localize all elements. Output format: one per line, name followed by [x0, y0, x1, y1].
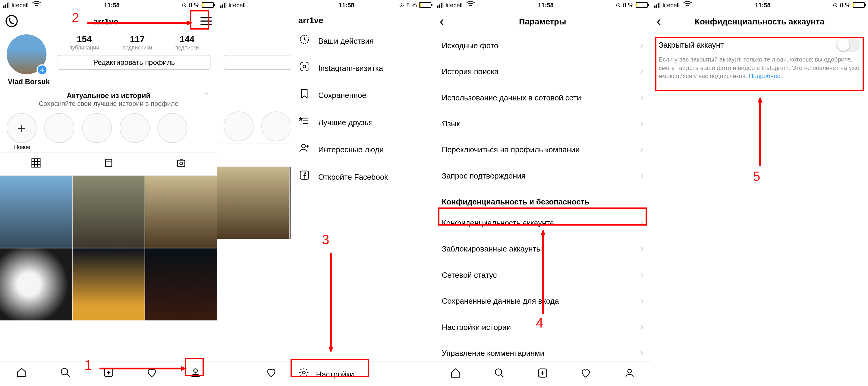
clock: 11:58: [339, 2, 354, 8]
highlights-header[interactable]: Актуальное из историй Сохраняйте свои лу…: [0, 86, 217, 110]
list-star-icon: [299, 115, 310, 129]
post-thumb[interactable]: [0, 248, 72, 320]
chevron-right-icon: ›: [640, 347, 644, 359]
highlight-placeholder: [44, 113, 75, 150]
post-thumb[interactable]: [73, 176, 145, 248]
post-thumb[interactable]: [145, 176, 217, 248]
svg-point-17: [303, 371, 305, 374]
chevron-right-icon: ›: [640, 65, 644, 77]
menu-nametag[interactable]: Instagram-визитка: [290, 54, 434, 82]
settings-item-language[interactable]: Язык›: [434, 110, 651, 136]
status-bar: 11:58 ⊙ 8 %: [290, 0, 434, 10]
nametag-icon: [299, 61, 310, 75]
settings-item-story-controls[interactable]: Настройки истории›: [434, 314, 651, 339]
private-account-description: Если у вас закрытый аккаунт, только те л…: [659, 56, 861, 80]
post-thumb[interactable]: [73, 248, 145, 320]
posts-grid: [0, 176, 217, 321]
tab-add-icon[interactable]: [103, 367, 114, 381]
settings-item-business-profile[interactable]: Переключиться на профиль компании›: [434, 136, 651, 162]
tab-tagged[interactable]: [145, 153, 217, 175]
settings-item-account-privacy[interactable]: Конфиденциальность аккаунта›: [434, 210, 651, 236]
settings-item-original-photos[interactable]: Исходные фото›: [434, 32, 651, 58]
post-thumb[interactable]: [145, 248, 217, 320]
tab-feed[interactable]: [72, 153, 145, 175]
chevron-up-icon: ⌃: [204, 91, 209, 99]
wifi-icon: [465, 0, 476, 11]
tab-profile-icon[interactable]: [190, 367, 201, 381]
status-bar: lifecell 11:58 ⊙ 8 %: [0, 0, 217, 10]
battery-icon: [636, 2, 648, 7]
chevron-right-icon: ›: [640, 170, 644, 181]
menu-open-facebook[interactable]: Откройте Facebook: [290, 163, 434, 190]
wifi-icon: [682, 0, 693, 11]
tab-activity-icon[interactable]: [581, 367, 592, 381]
edit-profile-button[interactable]: профиль: [224, 55, 290, 70]
tab-grid[interactable]: [0, 153, 72, 175]
bottom-tabbar: [434, 361, 651, 386]
svg-point-5: [193, 368, 197, 372]
svg-rect-1: [177, 160, 185, 167]
settings-item-search-history[interactable]: История поиска›: [434, 58, 651, 84]
learn-more-link[interactable]: Подробнее: [749, 72, 781, 79]
section-header-privacy: Конфиденциальность и безопасность: [434, 188, 651, 210]
battery-icon: [202, 2, 214, 7]
username-dropdown[interactable]: arr1ve ⌄: [93, 16, 125, 26]
svg-rect-0: [105, 159, 112, 167]
add-story-icon[interactable]: +: [36, 64, 48, 76]
page-title: Конфиденциальность аккаунта: [651, 16, 868, 26]
settings-item-activity-status[interactable]: Сетевой статус›: [434, 262, 651, 288]
settings-item-cellular-data[interactable]: Использование данных в сотовой сети›: [434, 84, 651, 110]
tab-profile-icon[interactable]: [624, 367, 635, 381]
settings-label: Настройки: [316, 369, 354, 378]
svg-point-3: [61, 368, 67, 374]
tab-add-icon[interactable]: [537, 367, 548, 381]
highlight-placeholder: [120, 113, 151, 150]
signal-icon: [654, 2, 660, 7]
tab-search-icon[interactable]: [60, 367, 71, 381]
display-name: Vlad Borsuk: [0, 78, 217, 86]
settings-item-blocked-accounts[interactable]: Заблокированные аккаунты›: [434, 236, 651, 262]
avatar[interactable]: +: [7, 34, 46, 74]
stat-followers[interactable]: 117 подписчики: [123, 34, 152, 50]
highlight-new[interactable]: ＋ Новое: [7, 113, 38, 150]
settings-button[interactable]: Настройки: [290, 361, 434, 386]
battery-label: 8 %: [623, 2, 633, 8]
battery-icon: [852, 2, 865, 7]
menu-icon[interactable]: [200, 17, 212, 25]
status-bar: lifecell 11:58 ⊙ 8 %: [434, 0, 651, 10]
highlight-placeholder: [157, 113, 188, 150]
archive-icon[interactable]: [5, 15, 18, 27]
private-account-toggle[interactable]: [836, 38, 861, 52]
tab-home-icon[interactable]: [450, 367, 461, 381]
post-thumb[interactable]: [0, 176, 72, 248]
svg-point-22: [627, 369, 631, 373]
gear-icon: [299, 367, 310, 381]
menu-your-activity[interactable]: Ваши действия: [290, 27, 434, 54]
menu-saved[interactable]: Сохраненное: [290, 82, 434, 109]
chevron-right-icon: ›: [640, 39, 644, 51]
menu-close-friends[interactable]: Лучшие друзья: [290, 109, 434, 136]
settings-item-request-verification[interactable]: Запрос подтверждения›: [434, 162, 651, 188]
highlight-placeholder: [82, 113, 113, 150]
battery-icon: [419, 2, 431, 7]
tab-home-icon[interactable]: [16, 367, 27, 381]
edit-profile-button[interactable]: Редактировать профиль: [58, 55, 210, 70]
status-bar: lifecell 11:58 ⊙ 8 %: [651, 0, 868, 10]
chevron-right-icon: ›: [640, 144, 644, 155]
tab-activity-icon[interactable]: [147, 367, 158, 381]
signal-icon: [3, 2, 9, 7]
tab-search-icon[interactable]: [494, 367, 505, 381]
settings-item-saved-login[interactable]: Сохраненные данные для входа›: [434, 288, 651, 314]
tab-tagged[interactable]: [217, 144, 290, 167]
svg-point-14: [303, 65, 306, 68]
person-add-icon: [299, 142, 310, 156]
menu-discover-people[interactable]: Интересные люди: [290, 136, 434, 163]
clock-icon: [299, 34, 310, 48]
bottom-tabbar: [0, 361, 217, 386]
battery-label: 8 %: [189, 2, 199, 8]
facebook-icon: [299, 170, 310, 183]
tab-activity-icon[interactable]: [266, 367, 277, 381]
stat-following[interactable]: 144 подписки: [176, 34, 199, 50]
stat-posts[interactable]: 154 публикации: [69, 34, 99, 50]
battery-label: 8 %: [406, 2, 417, 8]
